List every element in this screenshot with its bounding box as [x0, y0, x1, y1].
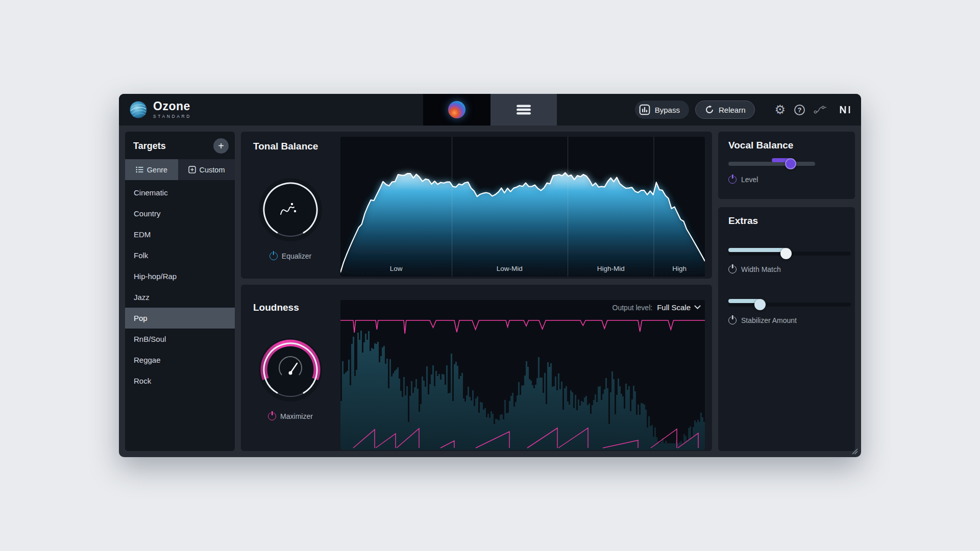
custom-tab-label: Custom: [200, 166, 225, 174]
targets-title: Targets: [133, 141, 166, 152]
tonal-balance-display: Low Low-Mid High-Mid High: [340, 137, 705, 277]
width-match-power-icon[interactable]: [728, 265, 737, 273]
relearn-label: Relearn: [719, 106, 746, 114]
target-type-tabs: Genre Custom: [125, 159, 235, 180]
chevron-down-icon[interactable]: [694, 303, 701, 309]
tonal-balance-title: Tonal Balance: [253, 141, 318, 152]
tonal-balance-panel: Tonal Balance Equalizer: [241, 132, 712, 279]
modules-icon: [516, 104, 531, 115]
tab-genre[interactable]: Genre: [125, 159, 178, 180]
tab-custom[interactable]: Custom: [178, 159, 235, 180]
equalizer-knob-graphic: [258, 178, 323, 242]
level-power-icon[interactable]: [728, 176, 737, 184]
bypass-button[interactable]: Bypass: [635, 101, 689, 119]
level-slider-thumb[interactable]: [785, 158, 796, 169]
maximizer-label: Maximizer: [280, 412, 313, 420]
output-level-control[interactable]: Output level: Full Scale: [612, 303, 700, 312]
stabilizer-power-icon[interactable]: [728, 316, 737, 324]
equalizer-knob[interactable]: Equalizer: [257, 178, 324, 260]
content: Targets + Genre: [119, 126, 861, 457]
genre-item[interactable]: Rock: [125, 370, 235, 391]
targets-sidebar: Targets + Genre: [125, 132, 235, 451]
equalizer-power-icon[interactable]: [270, 252, 278, 260]
genre-item[interactable]: Hip-hop/Rap: [125, 266, 235, 287]
extras-title: Extras: [718, 207, 855, 227]
add-target-button[interactable]: +: [213, 138, 229, 154]
genre-list-icon: [136, 166, 143, 173]
band-label-low-mid: Low-Mid: [497, 265, 523, 272]
app-edition: STANDARD: [153, 114, 191, 119]
output-level-label: Output level:: [612, 304, 653, 312]
relearn-button[interactable]: Relearn: [695, 101, 755, 119]
app-name: Ozone: [153, 101, 191, 112]
band-label-high: High: [672, 265, 687, 272]
genre-item[interactable]: Reggae: [125, 349, 235, 370]
tab-assistant-view[interactable]: [423, 94, 491, 126]
genre-item[interactable]: EDM: [125, 224, 235, 245]
genre-item[interactable]: Jazz: [125, 287, 235, 308]
vocal-balance-card: Vocal Balance Level: [718, 132, 855, 199]
width-match-fill: [728, 248, 786, 252]
equalizer-label: Equalizer: [282, 252, 311, 260]
bypass-label: Bypass: [655, 106, 680, 114]
stabilizer-label: Stabilizer Amount: [741, 316, 797, 324]
maximizer-knob-graphic: [258, 338, 323, 402]
main-area: Tonal Balance Equalizer: [241, 132, 712, 451]
level-slider[interactable]: [728, 158, 815, 169]
genre-item[interactable]: Folk: [125, 245, 235, 266]
maximizer-knob[interactable]: Maximizer: [257, 338, 324, 420]
loudness-display: [340, 300, 705, 450]
genre-list: Cinematic Country EDM Folk Hip-hop/Rap J…: [125, 180, 235, 391]
loudness-panel: Loudness Output level: Full Scale: [241, 285, 712, 451]
extras-card: Extras Width Match Stabilizer: [718, 207, 855, 451]
vocal-balance-title: Vocal Balance: [718, 132, 855, 151]
genre-item-selected[interactable]: Pop: [125, 308, 235, 329]
tab-detailed-view[interactable]: [491, 94, 557, 126]
relearn-icon: [705, 105, 714, 114]
stabilizer-track[interactable]: [728, 303, 851, 307]
brand: Ozone STANDARD: [119, 101, 191, 119]
ni-logo[interactable]: [839, 105, 852, 114]
output-level-value[interactable]: Full Scale: [657, 303, 691, 312]
ozone-logo-icon: [129, 101, 148, 119]
width-match-label: Width Match: [741, 265, 781, 273]
help-icon[interactable]: ?: [794, 105, 805, 115]
loudness-title: Loudness: [253, 302, 299, 313]
level-slider-track[interactable]: [728, 162, 815, 166]
meter-icon: [639, 104, 650, 115]
right-column: Vocal Balance Level Extras: [718, 132, 855, 451]
stabilizer-thumb[interactable]: [754, 299, 766, 310]
width-match-thumb[interactable]: [780, 248, 792, 259]
gear-icon[interactable]: ⚙: [774, 104, 786, 116]
maximizer-power-icon[interactable]: [268, 412, 276, 420]
genre-item[interactable]: Cinematic: [125, 182, 235, 203]
genre-item[interactable]: RnB/Soul: [125, 329, 235, 349]
plus-box-icon: [188, 166, 196, 173]
width-match-slider[interactable]: [728, 248, 851, 259]
stabilizer-slider[interactable]: [728, 299, 851, 310]
band-label-low: Low: [390, 265, 403, 272]
view-tabs: [423, 94, 557, 126]
topbar: Ozone STANDARD: [119, 94, 861, 126]
signal-chain-icon[interactable]: [814, 106, 827, 114]
ozone-plugin-window: Ozone STANDARD: [119, 94, 861, 457]
resize-handle[interactable]: [851, 448, 858, 455]
level-label: Level: [741, 176, 758, 184]
band-label-high-mid: High-Mid: [597, 265, 625, 272]
genre-item[interactable]: Country: [125, 203, 235, 224]
utility-icons: ⚙ ?: [774, 104, 852, 116]
topbar-actions: Bypass Relearn ⚙ ?: [635, 101, 861, 119]
genre-tab-label: Genre: [147, 166, 167, 174]
assistant-orb-icon: [448, 101, 465, 118]
